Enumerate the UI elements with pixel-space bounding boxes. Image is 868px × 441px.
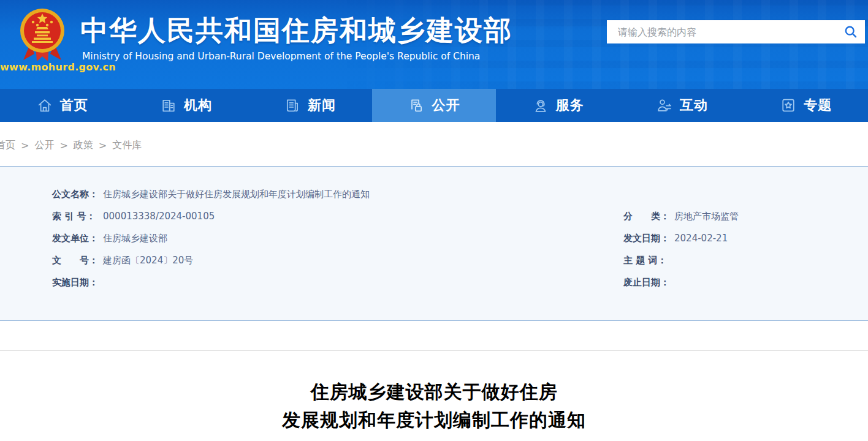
breadcrumb-separator: > [99, 140, 107, 151]
disclosure-icon [408, 97, 425, 114]
meta-value: 000013338/2024-00105 [103, 211, 215, 222]
metadata-left-column: 公文名称： 住房城乡建设部关于做好住房发展规划和年度计划编制工作的通知 索 引 … [52, 183, 370, 293]
meta-value: 2024-02-21 [674, 233, 728, 244]
metadata-right-column: 分 类： 房地产市场监管 发文日期： 2024-02-21 主 题 词： 废止日… [623, 205, 739, 293]
meta-value: 住房城乡建设部关于做好住房发展规划和年度计划编制工作的通知 [103, 189, 370, 200]
news-icon [284, 97, 301, 114]
meta-label: 公文名称： [52, 189, 101, 200]
meta-label: 分 类： [623, 211, 672, 222]
nav-item-services[interactable]: 服务 [496, 89, 620, 122]
breadcrumb-home[interactable]: 首页 [0, 139, 15, 152]
national-emblem-logo [18, 5, 66, 66]
nav-label-topics: 专题 [804, 96, 832, 115]
meta-label: 索 引 号： [52, 211, 101, 222]
meta-label: 发文单位： [52, 233, 101, 244]
services-icon [532, 97, 549, 114]
meta-label: 主 题 词： [623, 255, 672, 266]
document-metadata-panel: 公文名称： 住房城乡建设部关于做好住房发展规划和年度计划编制工作的通知 索 引 … [0, 166, 868, 321]
site-title-chinese: 中华人民共和国住房和城乡建设部 [80, 12, 512, 49]
meta-row-document-number: 文 号： 建房函〔2024〕20号 [52, 249, 370, 271]
site-url: www.mohurd.gov.cn [0, 61, 91, 73]
meta-label: 文 号： [52, 255, 101, 266]
home-icon [36, 97, 53, 114]
meta-value: 住房城乡建设部 [103, 233, 167, 244]
nav-item-home[interactable]: 首页 [0, 89, 124, 122]
document-title-line1: 住房城乡建设部关于做好住房 [0, 378, 868, 406]
nav-item-news[interactable]: 新闻 [248, 89, 372, 122]
article-section: 住房城乡建设部关于做好住房 发展规划和年度计划编制工作的通知 [0, 351, 868, 434]
meta-row-subject-words: 主 题 词： [623, 249, 739, 271]
breadcrumb-separator: > [59, 140, 67, 151]
nav-item-disclosure[interactable]: 公开 [372, 89, 496, 122]
search-button[interactable] [837, 20, 865, 43]
nav-label-organization: 机构 [184, 96, 212, 115]
national-emblem-icon [18, 5, 66, 64]
meta-label: 实施日期： [52, 277, 101, 288]
nav-item-organization[interactable]: 机构 [124, 89, 248, 122]
meta-row-document-name: 公文名称： 住房城乡建设部关于做好住房发展规划和年度计划编制工作的通知 [52, 183, 370, 205]
site-title-english: Ministry of Housing and Urban-Rural Deve… [82, 51, 480, 62]
search-icon [843, 24, 858, 39]
organization-icon [160, 97, 177, 114]
nav-label-services: 服务 [556, 96, 584, 115]
nav-label-news: 新闻 [308, 96, 336, 115]
nav-item-interaction[interactable]: 互动 [620, 89, 744, 122]
nav-label-disclosure: 公开 [432, 96, 460, 115]
content-spacer [0, 321, 868, 350]
breadcrumb-bar: 首页 > 公开 > 政策 > 文件库 [0, 122, 868, 166]
nav-label-interaction: 互动 [680, 96, 708, 115]
search-input[interactable] [607, 20, 837, 43]
main-nav: 首页 机构 新闻 公开 服务 [0, 89, 868, 122]
meta-row-repeal-date: 废止日期： [623, 271, 739, 293]
meta-label: 发文日期： [623, 233, 672, 244]
topics-icon [780, 97, 797, 114]
search-box [607, 20, 865, 43]
meta-row-index-number: 索 引 号： 000013338/2024-00105 [52, 205, 370, 227]
meta-row-category: 分 类： 房地产市场监管 [623, 205, 739, 227]
meta-value: 建房函〔2024〕20号 [103, 255, 193, 266]
document-title-line2: 发展规划和年度计划编制工作的通知 [0, 406, 868, 434]
breadcrumb-separator: > [21, 140, 29, 151]
meta-row-issue-date: 发文日期： 2024-02-21 [623, 227, 739, 249]
nav-label-home: 首页 [60, 96, 88, 115]
interaction-icon [656, 97, 673, 114]
site-header: www.mohurd.gov.cn 中华人民共和国住房和城乡建设部 Minist… [0, 0, 868, 89]
breadcrumb-document-library[interactable]: 文件库 [112, 139, 142, 152]
meta-row-implementation-date: 实施日期： [52, 271, 370, 293]
meta-label: 废止日期： [623, 277, 672, 288]
breadcrumb-disclosure[interactable]: 公开 [34, 139, 54, 152]
nav-item-topics[interactable]: 专题 [744, 89, 868, 122]
meta-row-issuing-unit: 发文单位： 住房城乡建设部 [52, 227, 370, 249]
breadcrumb-policy[interactable]: 政策 [74, 139, 93, 152]
breadcrumb: 首页 > 公开 > 政策 > 文件库 [0, 122, 868, 152]
meta-value: 房地产市场监管 [674, 211, 739, 222]
